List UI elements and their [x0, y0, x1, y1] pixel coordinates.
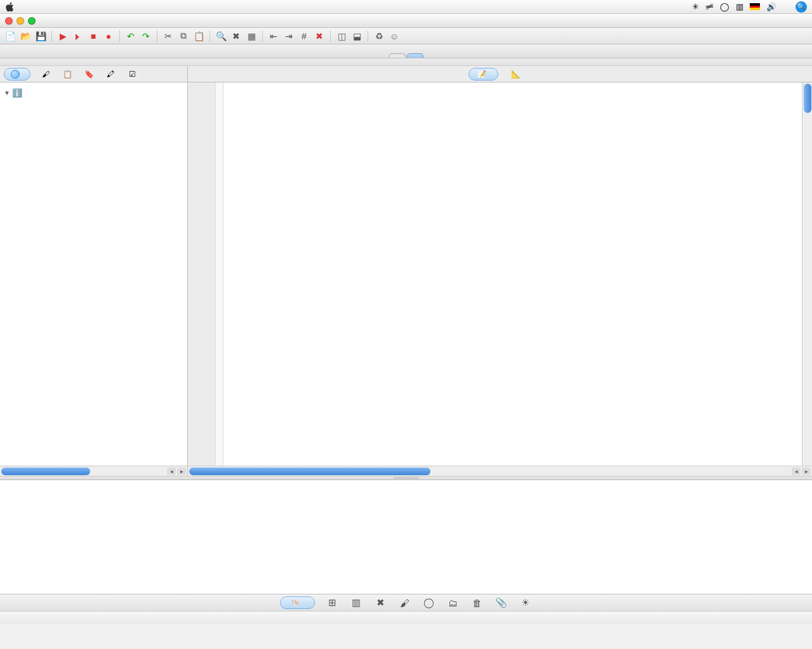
tab-source[interactable]: 📝 — [469, 68, 498, 81]
editor-v-scrollbar[interactable] — [802, 82, 812, 466]
display-icon[interactable]: ▥ — [736, 2, 743, 11]
close-window-button[interactable] — [5, 17, 13, 25]
code-editor[interactable] — [188, 82, 812, 466]
left-tool-2-icon[interactable]: 📋 — [61, 68, 74, 81]
left-panel: 🖌 📋 🔖 🖍 ☑ ▼ ℹ️ ◂▸ — [0, 66, 188, 476]
run-icon[interactable]: ▶ — [57, 30, 69, 43]
explore-button[interactable] — [4, 68, 30, 81]
app-window: 📄 📂 💾 ▶ ⏵ ■ ● ↶ ↷ ✂ ⧉ 📋 🔍 ✖ ▦ ⇤ ⇥ # ✖ ◫ … — [0, 14, 812, 624]
smile-icon[interactable]: ☺ — [388, 30, 401, 43]
apple-logo-icon — [5, 2, 15, 12]
indent-right-icon[interactable]: ⇥ — [283, 30, 295, 43]
tab-smdi[interactable] — [407, 53, 423, 58]
left-tool-5-icon[interactable]: ☑ — [126, 68, 138, 81]
zoom-window-button[interactable] — [28, 17, 36, 25]
left-panel-toolbar: 🖌 📋 🔖 🖍 ☑ — [0, 66, 187, 82]
save-icon[interactable]: 💾 — [34, 30, 47, 43]
tool-a-icon[interactable]: ✖ — [230, 30, 243, 43]
bottom-tool-4-icon[interactable]: 🖌 — [397, 596, 411, 609]
bluetooth-icon[interactable]: ⧣ — [705, 2, 714, 11]
volume-icon[interactable]: 🔊 — [766, 2, 776, 11]
paste-icon[interactable]: 📋 — [192, 30, 205, 43]
split-h-icon[interactable]: ◫ — [335, 30, 348, 43]
cut-icon[interactable]: ✂ — [162, 30, 175, 43]
tool-b-icon[interactable]: ▦ — [245, 30, 258, 43]
editor-h-scrollbar[interactable]: ◂▸ — [188, 466, 812, 476]
globe-icon — [11, 70, 20, 79]
status-bar — [0, 611, 812, 624]
source-icon: 📝 — [477, 70, 486, 79]
undo-icon[interactable]: ↶ — [124, 30, 137, 43]
split-v-icon[interactable]: ⬓ — [350, 30, 363, 43]
redo-icon[interactable]: ↷ — [140, 30, 152, 43]
bottom-tool-2-icon[interactable]: ▥ — [349, 596, 363, 609]
stop-icon[interactable]: ■ — [87, 30, 100, 43]
bottom-tool-5-icon[interactable]: ◯ — [422, 596, 436, 609]
minimize-window-button[interactable] — [17, 17, 24, 25]
left-tool-1-icon[interactable]: 🖌 — [39, 68, 52, 81]
refresh-icon[interactable]: ♻ — [373, 30, 385, 43]
new-file-icon[interactable]: 📄 — [4, 30, 17, 43]
find-icon[interactable]: 🔍 — [215, 30, 227, 43]
info-icon: ℹ️ — [11, 87, 23, 100]
tab-uml[interactable]: 📐 — [503, 69, 532, 80]
outline-tree[interactable]: ▼ ℹ️ — [0, 82, 187, 466]
bottom-tool-9-icon[interactable]: ☀ — [518, 596, 532, 609]
right-panel-toolbar: 📝 📐 — [188, 66, 812, 82]
line-number-gutter — [188, 82, 216, 466]
titlebar — [0, 14, 812, 28]
tab-lilycall[interactable] — [389, 53, 406, 58]
bottom-tool-8-icon[interactable]: 📎 — [494, 596, 508, 609]
run-module-icon[interactable]: ⏵ — [72, 30, 84, 43]
uml-icon: 📐 — [511, 70, 521, 79]
bottom-tool-3-icon[interactable]: ✖ — [373, 596, 387, 609]
spotlight-icon[interactable]: 🔍 — [795, 1, 807, 13]
copy-icon[interactable]: ⧉ — [177, 30, 190, 43]
main-toolbar: 📄 📂 💾 ▶ ⏵ ■ ● ↶ ↷ ✂ ⧉ 📋 🔍 ✖ ▦ ⇤ ⇥ # ✖ ◫ … — [0, 28, 812, 44]
bottom-toolbar: 🐚 ⊞ ▥ ✖ 🖌 ◯ 🗂 🗑 📎 ☀ — [0, 594, 812, 611]
code-content[interactable] — [223, 82, 802, 466]
sync-icon[interactable]: ◯ — [720, 2, 729, 11]
open-file-icon[interactable]: 📂 — [19, 30, 32, 43]
bottom-tool-7-icon[interactable]: 🗑 — [470, 596, 484, 609]
menubar-extra-icon[interactable]: ✳︎ — [692, 2, 699, 11]
left-tool-4-icon[interactable]: 🖍 — [104, 68, 117, 81]
uncomment-icon[interactable]: ✖ — [313, 30, 326, 43]
flag-de-icon[interactable] — [750, 3, 760, 10]
tree-root[interactable]: ▼ ℹ️ — [0, 86, 187, 100]
record-icon[interactable]: ● — [102, 30, 115, 43]
left-h-scrollbar[interactable]: ◂▸ — [0, 466, 187, 476]
comment-icon[interactable]: # — [298, 30, 310, 43]
shell-button[interactable]: 🐚 — [280, 596, 315, 609]
bottom-tool-1-icon[interactable]: ⊞ — [325, 596, 339, 609]
os-menubar: ✳︎ ⧣ ◯ ▥ 🔊 🔍 — [0, 0, 812, 14]
bottom-tool-6-icon[interactable]: 🗂 — [446, 596, 460, 609]
shell-icon: 🐚 — [291, 598, 300, 607]
right-panel: 📝 📐 ◂▸ — [188, 66, 812, 476]
document-tabs — [0, 44, 812, 58]
shell-console[interactable] — [0, 480, 812, 594]
left-tool-3-icon[interactable]: 🔖 — [83, 68, 95, 81]
fold-column[interactable] — [216, 82, 223, 466]
indent-left-icon[interactable]: ⇤ — [267, 30, 280, 43]
